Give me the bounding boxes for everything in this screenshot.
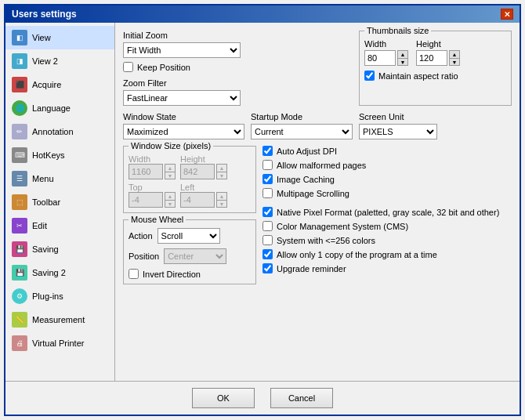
thumbnail-height-input[interactable] (416, 50, 447, 66)
multipage-scrolling-checkbox[interactable] (262, 188, 273, 198)
top-left-row: Top ▲ ▼ (129, 183, 251, 208)
native-pixel-row: Native Pixel Format (paletted, gray scal… (262, 207, 512, 217)
language-icon: 🌐 (12, 100, 27, 116)
view-icon: ◧ (12, 30, 27, 45)
thumbnail-width-group: Width ▲ ▼ (364, 39, 408, 66)
ws-height-up: ▲ (216, 164, 227, 172)
ws-width-group: Width ▲ ▼ (129, 154, 176, 179)
ws-top-input (129, 192, 163, 208)
ws-left-label: Left (180, 183, 227, 192)
native-pixel-checkbox[interactable] (262, 207, 273, 217)
auto-adjust-dpi-checkbox[interactable] (262, 146, 273, 156)
color-management-checkbox[interactable] (262, 221, 273, 231)
auto-adjust-dpi-row: Auto Adjust DPI (262, 146, 512, 156)
cancel-button[interactable]: Cancel (270, 388, 333, 408)
window-size-content: Width ▲ ▼ (129, 154, 251, 208)
menu-icon: ☰ (12, 171, 27, 186)
sidebar-item-virtual[interactable]: 🖨 Virtual Printer (5, 331, 114, 355)
image-caching-label: Image Caching (277, 175, 335, 184)
thumbnails-title: Thumbnails size (364, 26, 431, 35)
sidebar-item-hotkeys[interactable]: ⌨ HotKeys (5, 143, 114, 167)
allow-malformed-checkbox[interactable] (262, 160, 273, 170)
window-state-select[interactable]: Maximized (123, 124, 244, 139)
color-management-row: Color Management System (CMS) (262, 221, 512, 231)
sidebar-item-view2[interactable]: ◨ View 2 (5, 49, 114, 73)
sidebar-item-saving[interactable]: 💾 Saving (5, 237, 114, 261)
sidebar-item-view[interactable]: ◧ View (5, 26, 114, 49)
keep-position-checkbox[interactable] (123, 62, 133, 72)
system-256-checkbox[interactable] (262, 235, 273, 245)
thumbnails-size-row: Width ▲ ▼ Height (364, 39, 506, 66)
mouse-wheel-title: Mouse Wheel (129, 215, 186, 224)
sidebar-label-annotation: Annotation (32, 127, 74, 136)
zoom-filter-select[interactable]: FastLinear (123, 90, 241, 106)
invert-direction-checkbox[interactable] (129, 269, 139, 279)
sidebar-item-toolbar[interactable]: ⬚ Toolbar (5, 190, 114, 214)
sidebar-label-view: View (32, 33, 51, 42)
ws-left-input (180, 192, 215, 208)
sidebar-item-saving2[interactable]: 💾 Saving 2 (5, 261, 114, 284)
ws-left-btns: ▲ ▼ (216, 192, 227, 208)
thumbnail-width-input[interactable] (364, 50, 396, 66)
mouse-wheel-box: Mouse Wheel Action Scroll Position Cente… (123, 219, 256, 284)
initial-zoom-section: Initial Zoom Fit Width Keep Position Zoo… (123, 31, 353, 106)
sidebar-label-saving2: Saving 2 (32, 268, 66, 277)
maintain-aspect-checkbox[interactable] (364, 71, 375, 81)
sidebar-item-menu[interactable]: ☰ Menu (5, 167, 114, 190)
sidebar-item-annotation[interactable]: ✏ Annotation (5, 120, 114, 143)
thumbnail-height-label: Height (416, 39, 460, 49)
ws-height-down: ▼ (216, 172, 227, 179)
sidebar-label-language: Language (32, 103, 71, 113)
ws-height-spinner: ▲ ▼ (180, 164, 227, 179)
dialog-title: Users settings (12, 9, 77, 20)
action-select[interactable]: Scroll (158, 228, 220, 244)
sidebar-label-measurement: Measurement (32, 315, 85, 324)
toolbar-icon: ⬚ (12, 194, 27, 210)
startup-mode-select[interactable]: Current (251, 124, 353, 139)
ws-top-group: Top ▲ ▼ (129, 183, 176, 208)
saving-icon: 💾 (12, 241, 27, 257)
sidebar-item-measurement[interactable]: 📏 Measurement (5, 308, 114, 331)
hotkeys-icon: ⌨ (12, 147, 27, 163)
ws-width-label: Width (129, 154, 176, 164)
image-caching-checkbox[interactable] (262, 174, 273, 184)
upgrade-reminder-checkbox[interactable] (262, 263, 273, 273)
allow-malformed-label: Allow malformed pages (277, 161, 366, 170)
window-state-group: Window State Maximized (123, 112, 244, 139)
thumbnail-height-spinner-btns: ▲ ▼ (449, 50, 460, 66)
thumbnail-height-up[interactable]: ▲ (449, 50, 460, 58)
screen-unit-select[interactable]: PIXELS (359, 124, 437, 139)
ok-button[interactable]: OK (192, 388, 255, 408)
thumbnail-width-up[interactable]: ▲ (397, 50, 408, 58)
ws-top-spinner: ▲ ▼ (129, 192, 176, 208)
acquire-icon: ⬛ (12, 77, 27, 92)
initial-zoom-select[interactable]: Fit Width (123, 42, 241, 58)
ws-height-input (180, 164, 215, 179)
position-label: Position (129, 252, 159, 261)
measurement-icon: 📏 (12, 312, 27, 328)
color-management-label: Color Management System (CMS) (277, 222, 408, 231)
dialog-content: ◧ View ◨ View 2 ⬛ Acquire 🌐 Language ✏ A… (5, 23, 520, 381)
ws-left-up: ▲ (216, 192, 227, 200)
upgrade-reminder-label: Upgrade reminder (277, 264, 346, 273)
main-panel: Initial Zoom Fit Width Keep Position Zoo… (115, 23, 520, 381)
thumbnails-section: Thumbnails size Width ▲ ▼ (359, 31, 512, 106)
plugins-icon: ⚙ (12, 288, 27, 304)
initial-zoom-label: Initial Zoom (123, 31, 353, 40)
allow-one-copy-checkbox[interactable] (262, 249, 273, 259)
keep-position-row: Keep Position (123, 62, 353, 72)
sidebar-item-plugins[interactable]: ⚙ Plug-ins (5, 284, 114, 308)
maintain-aspect-row: Maintain aspect ratio (364, 71, 506, 81)
upgrade-reminder-row: Upgrade reminder (262, 263, 512, 273)
close-button[interactable]: ✕ (501, 9, 513, 20)
ws-width-down: ▼ (165, 172, 176, 179)
sidebar-item-acquire[interactable]: ⬛ Acquire (5, 73, 114, 96)
state-mode-unit-row: Window State Maximized Startup Mode Curr… (123, 112, 512, 139)
screen-unit-label: Screen Unit (359, 112, 437, 121)
ws-width-btns: ▲ ▼ (165, 164, 176, 179)
sidebar-item-edit[interactable]: ✂ Edit (5, 214, 114, 237)
virtual-icon: 🖨 (12, 335, 27, 351)
thumbnail-height-down[interactable]: ▼ (449, 58, 460, 66)
thumbnail-width-down[interactable]: ▼ (397, 58, 408, 66)
sidebar-item-language[interactable]: 🌐 Language (5, 96, 114, 120)
